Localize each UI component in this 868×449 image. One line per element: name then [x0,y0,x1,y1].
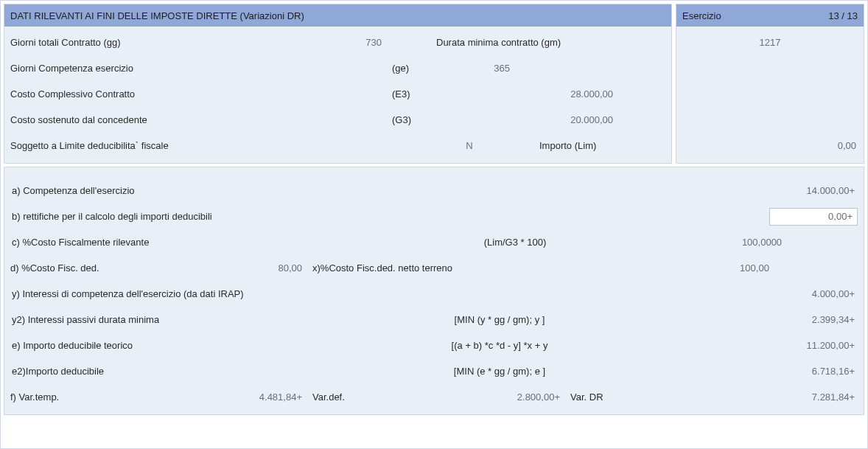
limite-deducibilita-label: Soggetto a Limite deducibilita` fiscale [9,140,267,151]
e-formula: [(a + b) *c *d - y] *x + y [253,340,740,351]
e-value: 11.200,00+ [740,340,858,351]
c-formula: (Lim/G3 * 100) [253,237,666,248]
esercizio-label: Esercizio [682,10,721,21]
y2-formula: [MIN (y * gg / gm); y ] [253,314,740,325]
b-label: b) rettifiche per il calcolo degli impor… [10,211,769,222]
e2-label: e2)Importo deducibile [10,366,253,377]
f-value3: 7.281,84+ [740,391,858,403]
esercizio-value: 13 / 13 [828,10,858,21]
y-label: y) Interessi di competenza dell'esercizi… [10,288,740,299]
main-frame: DATI RILEVANTI AI FINI DELLE IMPOSTE DIR… [0,0,868,449]
f-label3: Var. DR [570,391,740,403]
b-input[interactable]: 0,00+ [769,208,858,226]
panel-esercizio: Esercizio 13 / 13 1217 0,00 [676,4,864,164]
ge-code: (ge) [392,63,429,74]
d-value2: 100,00 [651,262,858,274]
giorni-totali-label: Giorni totali Contratto (gg) [9,37,267,48]
f-value1: 4.481,84+ [202,391,312,403]
y2-value: 2.399,34+ [740,314,858,325]
costo-concedente-label: Costo sostenuto dal concedente [9,114,267,125]
c-value: 100,0000 [666,237,858,248]
costo-concedente-value: 20.000,00 [517,114,620,125]
durata-minima-value: 1217 [681,37,859,48]
d-label2: x)%Costo Fisc.ded. netto terreno [312,262,651,274]
a-value: 14.000,00+ [740,185,858,196]
giorni-totali-value: 730 [267,37,392,48]
a-label: a) Competenza dell'esercizio [10,185,253,196]
e-label: e) Importo deducibile teorico [10,340,253,351]
e3-code: (E3) [392,88,429,100]
importo-lim-value: 0,00 [681,140,859,151]
section-header: DATI RILEVANTI AI FINI DELLE IMPOSTE DIR… [4,4,671,27]
costo-complessivo-label: Costo Complessivo Contratto [9,88,267,100]
e2-value: 6.718,16+ [740,366,858,377]
section-title: DATI RILEVANTI AI FINI DELLE IMPOSTE DIR… [10,10,304,21]
f-value2: 2.800,00+ [401,391,570,403]
g3-code: (G3) [392,114,429,125]
importo-lim-label: Importo (Lim) [517,140,620,151]
giorni-competenza-value: 365 [429,63,517,74]
f-label: f) Var.temp. [10,391,202,403]
costo-complessivo-value: 28.000,00 [517,88,620,100]
y-value: 4.000,00+ [740,288,858,299]
limite-deducibilita-value: N [429,140,517,151]
d-value1: 80,00 [202,262,312,274]
durata-minima-label: Durata minima contratto (gm) [429,37,667,48]
y2-label: y2) Interessi passivi durata minima [10,314,253,325]
panel-calcoli: a) Competenza dell'esercizio 14.000,00+ … [4,167,864,415]
d-label: d) %Costo Fisc. ded. [10,262,202,274]
panel-dati-rilevanti: DATI RILEVANTI AI FINI DELLE IMPOSTE DIR… [4,4,672,164]
f-label2: Var.def. [312,391,401,403]
e2-formula: [MIN (e * gg / gm); e ] [253,366,740,377]
giorni-competenza-label: Giorni Competenza esercizio [9,63,267,74]
c-label: c) %Costo Fiscalmente rilevante [10,237,253,248]
